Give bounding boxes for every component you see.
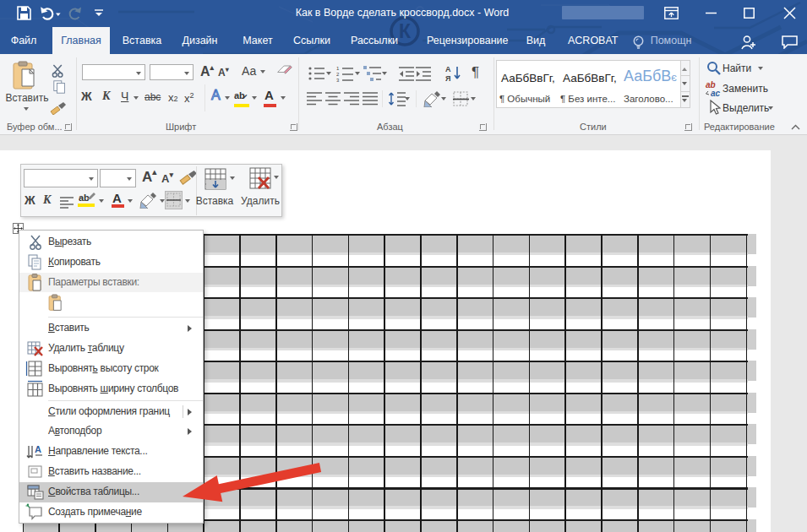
- svg-text:ac: ac: [711, 89, 721, 97]
- svg-text:1: 1: [336, 66, 340, 71]
- svg-text:Я: Я: [445, 74, 450, 83]
- svg-text:3: 3: [336, 78, 340, 82]
- svg-text:А: А: [445, 65, 451, 73]
- svg-text:К: К: [399, 20, 412, 42]
- svg-text:2: 2: [336, 72, 340, 77]
- svg-text:А: А: [35, 444, 41, 454]
